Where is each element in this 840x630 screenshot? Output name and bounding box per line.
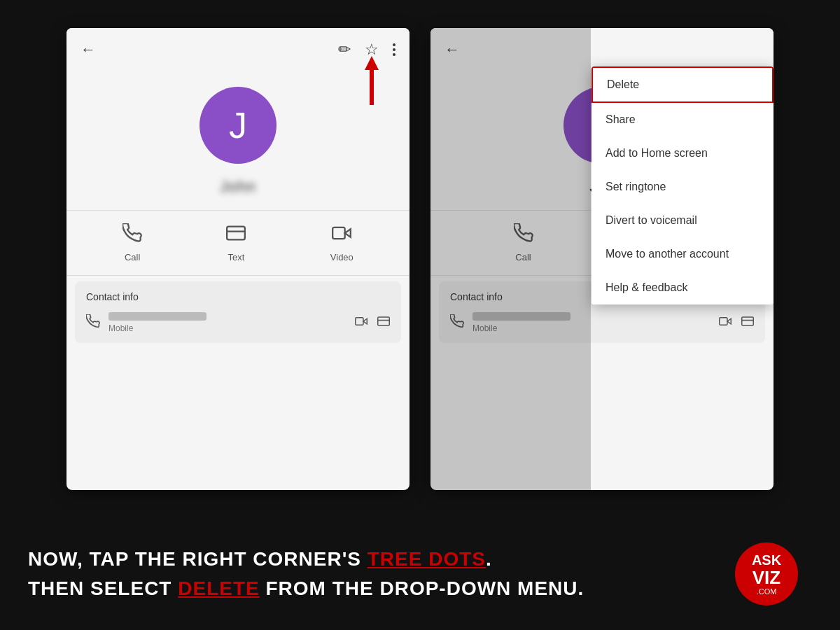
call-icon-left	[122, 223, 142, 248]
menu-item-ringtone[interactable]: Set ringtone	[592, 170, 774, 204]
line1-end: .	[486, 548, 492, 570]
call-label-right: Call	[515, 252, 531, 262]
right-phone-number	[472, 312, 570, 321]
left-avatar-section: J John	[66, 66, 410, 210]
three-dots-icon	[393, 43, 396, 56]
menu-item-delete[interactable]: Delete	[592, 66, 774, 103]
left-nav-icons: ←	[80, 41, 96, 59]
right-nav-left: ←	[444, 41, 460, 59]
right-phone-row: Mobile	[450, 312, 754, 333]
right-video-small-icon[interactable]	[719, 315, 732, 331]
right-message-small-icon[interactable]	[741, 315, 754, 331]
left-phone-icon	[86, 314, 100, 332]
main-container: ← ✏ ☆	[0, 0, 840, 630]
left-avatar: J	[200, 87, 276, 164]
line1-highlight: TREE DOTS	[368, 548, 486, 570]
right-top-bar: ←	[430, 28, 774, 66]
arrow-up-icon	[365, 56, 379, 70]
left-phone-number	[108, 312, 206, 321]
left-video-small-icon[interactable]	[355, 315, 368, 331]
right-phone-type: Mobile	[472, 323, 710, 333]
left-phone-row: Mobile	[86, 312, 390, 333]
back-button-left[interactable]: ←	[80, 41, 96, 59]
back-icon-left: ←	[80, 41, 96, 59]
left-phone-screen: ← ✏ ☆	[66, 28, 410, 490]
svg-marker-2	[345, 229, 351, 237]
line1-text-1: NOW, TAP THE RIGHT CORNER'S	[28, 548, 368, 570]
left-phone-details: Mobile	[108, 312, 346, 333]
svg-rect-5	[356, 317, 363, 325]
text-icon-left	[226, 223, 246, 248]
svg-marker-4	[363, 318, 367, 324]
back-icon-right: ←	[444, 41, 460, 59]
call-button-left[interactable]: Call	[122, 223, 142, 262]
left-message-small-icon[interactable]	[377, 315, 390, 331]
line2-end: FROM THE DROP-DOWN MENU.	[260, 578, 584, 599]
svg-rect-12	[742, 317, 754, 326]
right-phone-details: Mobile	[472, 312, 710, 333]
askviz-badge: ASK VIZ .com	[735, 542, 798, 606]
bottom-line-2: THEN SELECT DELETE FROM THE DROP-DOWN ME…	[28, 574, 584, 603]
call-button-right[interactable]: Call	[514, 223, 533, 262]
line2-text-1: THEN SELECT	[28, 578, 178, 599]
more-button-left[interactable]	[393, 43, 396, 56]
svg-rect-0	[227, 227, 246, 240]
menu-item-share[interactable]: Share	[592, 103, 774, 136]
bottom-instruction-text: NOW, TAP THE RIGHT CORNER'S TREE DOTS. T…	[28, 545, 584, 603]
left-contact-actions	[355, 315, 390, 331]
line2-highlight: DELETE	[178, 578, 259, 599]
left-contact-info: Contact info Mobile	[75, 281, 401, 343]
askviz-viz: VIZ	[752, 568, 780, 588]
bottom-line-1: NOW, TAP THE RIGHT CORNER'S TREE DOTS.	[28, 545, 584, 574]
arrow-shaft	[370, 70, 374, 105]
menu-item-help[interactable]: Help & feedback	[592, 271, 774, 304]
call-label-left: Call	[125, 252, 140, 262]
video-icon-left	[332, 223, 351, 248]
askviz-logo: ASK VIZ .com	[735, 542, 798, 606]
askviz-com: .com	[757, 587, 777, 596]
left-contact-name: John	[220, 178, 256, 196]
left-top-bar: ← ✏ ☆	[66, 28, 410, 66]
right-phone-icon	[450, 314, 464, 332]
left-phone-type: Mobile	[108, 323, 346, 333]
right-contact-actions	[719, 315, 754, 331]
left-action-row: Call Text	[66, 211, 410, 275]
edit-icon: ✏	[338, 41, 351, 59]
left-contact-info-title: Contact info	[86, 291, 390, 302]
dropdown-menu: Delete Share Add to Home screen Set ring…	[592, 66, 774, 304]
svg-rect-3	[332, 227, 345, 239]
askviz-ask: ASK	[752, 552, 781, 568]
menu-item-voicemail[interactable]: Divert to voicemail	[592, 204, 774, 237]
call-icon-right	[514, 223, 533, 248]
video-button-left[interactable]: Video	[330, 223, 354, 262]
text-label-left: Text	[228, 252, 245, 262]
left-divider-2	[66, 275, 410, 276]
text-button-left[interactable]: Text	[226, 223, 246, 262]
screenshots-area: ← ✏ ☆	[0, 0, 840, 518]
video-label-left: Video	[330, 252, 354, 262]
edit-button[interactable]: ✏	[338, 41, 351, 59]
menu-item-move[interactable]: Move to another account	[592, 237, 774, 271]
svg-marker-10	[727, 318, 731, 324]
arrow-indicator	[365, 56, 379, 105]
menu-item-add-home[interactable]: Add to Home screen	[592, 136, 774, 170]
svg-rect-6	[378, 317, 390, 326]
svg-rect-11	[720, 317, 727, 325]
back-button-right[interactable]: ←	[444, 41, 460, 59]
right-phone-screen: ← J Joh Call	[430, 28, 774, 490]
bottom-bar: NOW, TAP THE RIGHT CORNER'S TREE DOTS. T…	[0, 518, 840, 630]
